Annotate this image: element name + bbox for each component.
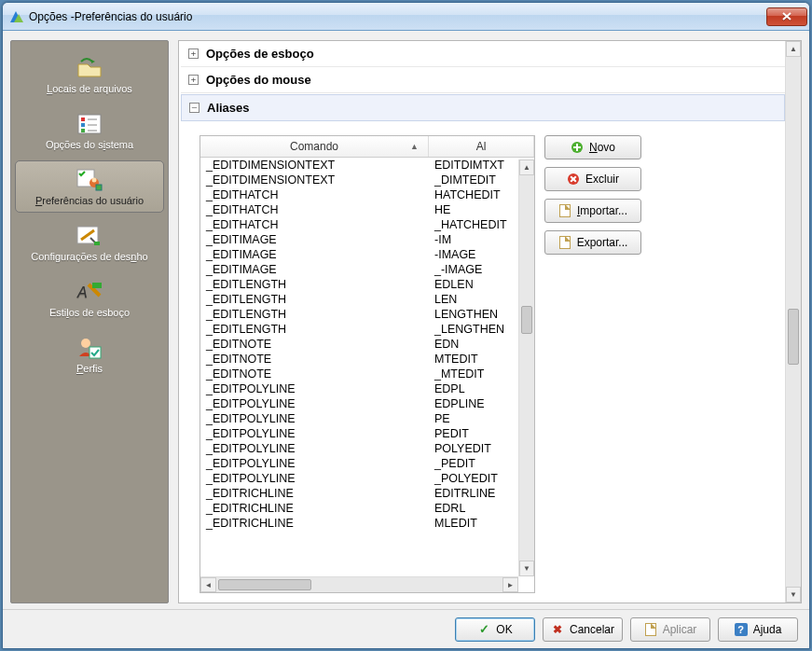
cell-command: _EDITIMAGE: [200, 262, 429, 277]
svg-rect-4: [81, 118, 85, 121]
svg-rect-21: [89, 347, 101, 358]
tree-item-sketch-options[interactable]: + Opções de esboço: [181, 41, 785, 67]
table-row[interactable]: _EDITLENGTHLEN: [200, 292, 534, 307]
table-row[interactable]: _EDITDIMENSIONTEXTEDITDIMTXT: [200, 158, 534, 173]
sidebar-item-label: Configurações de desnho: [31, 251, 147, 262]
table-row[interactable]: _EDITPOLYLINEEDPLINE: [200, 396, 534, 411]
apply-button[interactable]: Aplicar: [630, 617, 710, 642]
svg-rect-19: [92, 283, 102, 288]
table-row[interactable]: _EDITHATCH_HATCHEDIT: [200, 217, 534, 232]
new-button[interactable]: Novo: [544, 135, 641, 159]
scroll-track[interactable]: [786, 57, 801, 587]
cell-command: _EDITHATCH: [200, 217, 429, 232]
scroll-left-icon[interactable]: ◄: [200, 577, 216, 592]
table-row[interactable]: _EDITIMAGE_-IMAGE: [200, 262, 534, 277]
svg-point-12: [92, 178, 97, 183]
cell-command: _EDITPOLYLINE: [200, 411, 429, 426]
cell-command: _EDITLENGTH: [200, 307, 429, 322]
table-row[interactable]: _EDITPOLYLINEEDPL: [200, 381, 534, 396]
import-button[interactable]: Importar...: [544, 199, 641, 223]
help-icon: ?: [735, 623, 748, 636]
sidebar-item-sketch-styles[interactable]: A Estilos de esboço: [15, 272, 164, 325]
ok-button[interactable]: ✓ OK: [455, 617, 535, 642]
cell-command: _EDITLENGTH: [200, 322, 429, 337]
titlebar[interactable]: Opções -Preferências do usuário: [3, 3, 809, 31]
table-row[interactable]: _EDITIMAGE-IM: [200, 232, 534, 247]
cancel-button[interactable]: ✖ Cancelar: [543, 617, 623, 642]
table-row[interactable]: _EDITPOLYLINEPOLYEDIT: [200, 441, 534, 456]
sidebar-item-label: Preferências do usuário: [35, 195, 144, 206]
tree-label: Opções de esboço: [206, 47, 314, 61]
sidebar-item-system-options[interactable]: Opções do sistema: [15, 104, 164, 157]
table-body: _EDITDIMENSIONTEXTEDITDIMTXT_EDITDIMENSI…: [200, 158, 534, 592]
help-button[interactable]: ? Ajuda: [718, 617, 798, 642]
expand-icon[interactable]: +: [188, 48, 199, 59]
panel-vertical-scrollbar[interactable]: ▲ ▼: [785, 41, 801, 603]
sidebar: Locais de arquivos Opções do sistema Pre…: [10, 40, 169, 603]
sidebar-item-drawing-settings[interactable]: Configurações de desnho: [15, 216, 164, 269]
tree-item-mouse-options[interactable]: + Opções do mouse: [181, 67, 785, 93]
table-row[interactable]: _EDITRICHLINEMLEDIT: [200, 516, 534, 531]
close-button[interactable]: [766, 7, 807, 26]
tree-label: Aliases: [207, 101, 250, 115]
table-row[interactable]: _EDITPOLYLINE_POLYEDIT: [200, 471, 534, 486]
scroll-down-icon[interactable]: ▼: [786, 587, 801, 603]
scroll-track[interactable]: [216, 577, 502, 592]
svg-rect-13: [96, 185, 102, 190]
export-icon: [558, 236, 571, 249]
table-row[interactable]: _EDITIMAGE-IMAGE: [200, 247, 534, 262]
column-header-alias[interactable]: Al: [429, 136, 534, 157]
user-pref-icon: [75, 167, 104, 193]
scroll-down-icon[interactable]: ▼: [519, 561, 534, 576]
table-row[interactable]: _EDITLENGTHLENGTHEN: [200, 307, 534, 322]
scroll-thumb[interactable]: [218, 579, 311, 590]
export-button[interactable]: Exportar...: [544, 230, 641, 255]
table-row[interactable]: _EDITDIMENSIONTEXT_DIMTEDIT: [200, 173, 534, 187]
scroll-thumb[interactable]: [521, 306, 532, 334]
dialog-body: Locais de arquivos Opções do sistema Pre…: [3, 31, 809, 609]
cell-command: _EDITDIMENSIONTEXT: [200, 173, 429, 187]
table-row[interactable]: _EDITNOTEEDN: [200, 337, 534, 352]
table-horizontal-scrollbar[interactable]: ◄ ►: [200, 576, 518, 592]
scroll-up-icon[interactable]: ▲: [786, 41, 801, 57]
sidebar-item-label: Estilos de esboço: [49, 307, 130, 318]
cell-command: _EDITIMAGE: [200, 247, 429, 262]
delete-button[interactable]: Excluir: [544, 167, 641, 191]
scroll-up-icon[interactable]: ▲: [519, 159, 534, 175]
scroll-track[interactable]: [519, 175, 534, 561]
delete-icon: [567, 173, 580, 186]
apply-icon: [644, 623, 657, 636]
scroll-right-icon[interactable]: ►: [502, 577, 518, 592]
sidebar-item-label: Perfis: [76, 363, 103, 374]
table-row[interactable]: _EDITPOLYLINE_PEDIT: [200, 456, 534, 471]
cell-command: _EDITRICHLINE: [200, 516, 429, 531]
table-row[interactable]: _EDITPOLYLINEPEDIT: [200, 426, 534, 441]
table-row[interactable]: _EDITRICHLINEEDRL: [200, 501, 534, 516]
tree-item-aliases[interactable]: – Aliases: [181, 94, 785, 121]
table-row[interactable]: _EDITHATCHHATCHEDIT: [200, 187, 534, 202]
sort-asc-icon: ▲: [410, 142, 419, 151]
table-row[interactable]: _EDITNOTEMTEDIT: [200, 352, 534, 367]
expand-icon[interactable]: +: [188, 75, 199, 85]
cancel-icon: ✖: [551, 623, 564, 636]
table-row[interactable]: _EDITNOTE_MTEDIT: [200, 367, 534, 381]
column-header-command[interactable]: Comando ▲: [200, 136, 429, 157]
table-row[interactable]: _EDITLENGTH_LENGTHEN: [200, 322, 534, 337]
cell-command: _EDITRICHLINE: [200, 501, 429, 516]
table-row[interactable]: _EDITRICHLINEEDITRLINE: [200, 486, 534, 501]
content-panel: + Opções de esboço + Opções do mouse – A…: [178, 40, 802, 603]
table-vertical-scrollbar[interactable]: ▲ ▼: [518, 159, 534, 576]
svg-rect-16: [94, 242, 100, 245]
sidebar-item-profiles[interactable]: Perfis: [15, 328, 164, 381]
table-row[interactable]: _EDITLENGTHEDLEN: [200, 277, 534, 292]
list-icon: [75, 111, 104, 137]
scroll-thumb[interactable]: [788, 309, 799, 365]
svg-rect-6: [81, 123, 85, 127]
cell-command: _EDITRICHLINE: [200, 486, 429, 501]
table-row[interactable]: _EDITPOLYLINEPE: [200, 411, 534, 426]
sidebar-item-label: Opções do sistema: [46, 139, 133, 150]
sidebar-item-file-locations[interactable]: Locais de arquivos: [15, 48, 164, 101]
table-row[interactable]: _EDITHATCHHE: [200, 202, 534, 217]
collapse-icon[interactable]: –: [189, 103, 200, 113]
sidebar-item-user-preferences[interactable]: Preferências do usuário: [15, 160, 164, 213]
